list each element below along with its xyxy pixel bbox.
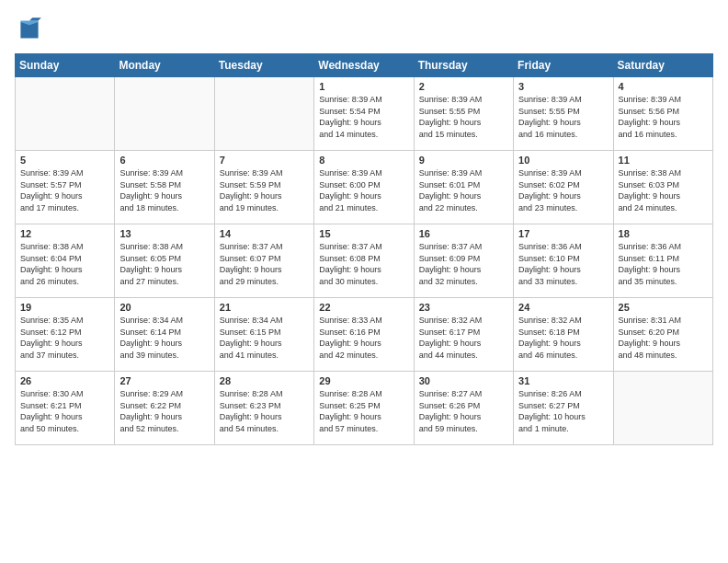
calendar-cell: 15Sunrise: 8:37 AM Sunset: 6:08 PM Dayli… — [314, 224, 414, 298]
day-info: Sunrise: 8:29 AM Sunset: 6:22 PM Dayligh… — [119, 388, 209, 434]
calendar-cell: 27Sunrise: 8:29 AM Sunset: 6:22 PM Dayli… — [115, 372, 214, 445]
calendar-cell: 28Sunrise: 8:28 AM Sunset: 6:23 PM Dayli… — [214, 372, 313, 445]
calendar-cell: 8Sunrise: 8:39 AM Sunset: 6:00 PM Daylig… — [314, 151, 414, 224]
header-day-monday: Monday — [115, 54, 214, 77]
day-number: 21 — [220, 302, 309, 313]
calendar-cell — [613, 372, 712, 445]
day-info: Sunrise: 8:36 AM Sunset: 6:10 PM Dayligh… — [518, 241, 608, 287]
day-number: 25 — [619, 302, 708, 313]
day-number: 1 — [319, 81, 408, 92]
day-number: 20 — [119, 302, 209, 313]
calendar-body: 1Sunrise: 8:39 AM Sunset: 5:54 PM Daylig… — [16, 77, 713, 445]
week-row-2: 12Sunrise: 8:38 AM Sunset: 6:04 PM Dayli… — [16, 224, 713, 298]
calendar-cell: 24Sunrise: 8:32 AM Sunset: 6:18 PM Dayli… — [514, 298, 613, 372]
day-info: Sunrise: 8:39 AM Sunset: 5:55 PM Dayligh… — [419, 94, 508, 140]
day-number: 13 — [119, 228, 209, 239]
day-number: 18 — [619, 228, 708, 239]
calendar-cell: 29Sunrise: 8:28 AM Sunset: 6:25 PM Dayli… — [314, 372, 414, 445]
day-info: Sunrise: 8:27 AM Sunset: 6:26 PM Dayligh… — [419, 388, 508, 434]
calendar-table: SundayMondayTuesdayWednesdayThursdayFrid… — [15, 53, 713, 445]
day-info: Sunrise: 8:26 AM Sunset: 6:27 PM Dayligh… — [518, 388, 608, 434]
day-info: Sunrise: 8:37 AM Sunset: 6:07 PM Dayligh… — [220, 241, 309, 287]
day-number: 15 — [319, 228, 408, 239]
day-number: 6 — [119, 155, 209, 166]
day-number: 26 — [20, 375, 109, 386]
day-number: 8 — [319, 155, 408, 166]
day-number: 12 — [20, 228, 109, 239]
calendar-cell: 16Sunrise: 8:37 AM Sunset: 6:09 PM Dayli… — [414, 224, 513, 298]
header-day-tuesday: Tuesday — [214, 54, 313, 77]
logo — [15, 15, 48, 44]
header-row: SundayMondayTuesdayWednesdayThursdayFrid… — [16, 54, 713, 77]
calendar-cell: 25Sunrise: 8:31 AM Sunset: 6:20 PM Dayli… — [613, 298, 712, 372]
day-info: Sunrise: 8:32 AM Sunset: 6:18 PM Dayligh… — [518, 315, 608, 361]
day-number: 29 — [319, 375, 408, 386]
day-number: 10 — [518, 155, 608, 166]
day-number: 5 — [20, 155, 109, 166]
calendar-cell — [16, 77, 115, 151]
day-number: 9 — [419, 155, 508, 166]
day-info: Sunrise: 8:39 AM Sunset: 6:00 PM Dayligh… — [319, 167, 408, 213]
calendar-cell: 23Sunrise: 8:32 AM Sunset: 6:17 PM Dayli… — [414, 298, 513, 372]
page-container: SundayMondayTuesdayWednesdayThursdayFrid… — [0, 0, 728, 454]
day-info: Sunrise: 8:39 AM Sunset: 5:57 PM Dayligh… — [20, 167, 109, 213]
day-number: 27 — [119, 375, 209, 386]
calendar-cell: 20Sunrise: 8:34 AM Sunset: 6:14 PM Dayli… — [115, 298, 214, 372]
day-number: 23 — [419, 302, 508, 313]
calendar-cell — [115, 77, 214, 151]
day-number: 11 — [619, 155, 708, 166]
day-info: Sunrise: 8:39 AM Sunset: 5:58 PM Dayligh… — [119, 167, 209, 213]
day-info: Sunrise: 8:34 AM Sunset: 6:14 PM Dayligh… — [119, 315, 209, 361]
header-day-saturday: Saturday — [613, 54, 712, 77]
week-row-0: 1Sunrise: 8:39 AM Sunset: 5:54 PM Daylig… — [16, 77, 713, 151]
calendar-cell: 4Sunrise: 8:39 AM Sunset: 5:56 PM Daylig… — [613, 77, 712, 151]
svg-marker-2 — [29, 17, 41, 20]
day-info: Sunrise: 8:39 AM Sunset: 6:01 PM Dayligh… — [419, 167, 508, 213]
calendar-cell: 17Sunrise: 8:36 AM Sunset: 6:10 PM Dayli… — [514, 224, 613, 298]
day-number: 2 — [419, 81, 508, 92]
day-info: Sunrise: 8:36 AM Sunset: 6:11 PM Dayligh… — [619, 241, 708, 287]
day-info: Sunrise: 8:39 AM Sunset: 5:59 PM Dayligh… — [220, 167, 309, 213]
calendar-cell: 7Sunrise: 8:39 AM Sunset: 5:59 PM Daylig… — [214, 151, 313, 224]
week-row-4: 26Sunrise: 8:30 AM Sunset: 6:21 PM Dayli… — [16, 372, 713, 445]
day-info: Sunrise: 8:30 AM Sunset: 6:21 PM Dayligh… — [20, 388, 109, 434]
day-info: Sunrise: 8:28 AM Sunset: 6:23 PM Dayligh… — [220, 388, 309, 434]
day-number: 3 — [518, 81, 608, 92]
day-number: 14 — [220, 228, 309, 239]
calendar-cell: 9Sunrise: 8:39 AM Sunset: 6:01 PM Daylig… — [414, 151, 513, 224]
calendar-cell: 6Sunrise: 8:39 AM Sunset: 5:58 PM Daylig… — [115, 151, 214, 224]
day-info: Sunrise: 8:39 AM Sunset: 5:55 PM Dayligh… — [518, 94, 608, 140]
day-info: Sunrise: 8:38 AM Sunset: 6:05 PM Dayligh… — [119, 241, 209, 287]
logo-icon — [15, 15, 44, 44]
calendar-cell: 12Sunrise: 8:38 AM Sunset: 6:04 PM Dayli… — [16, 224, 115, 298]
calendar-cell: 11Sunrise: 8:38 AM Sunset: 6:03 PM Dayli… — [613, 151, 712, 224]
day-number: 4 — [619, 81, 708, 92]
day-info: Sunrise: 8:31 AM Sunset: 6:20 PM Dayligh… — [619, 315, 708, 361]
day-info: Sunrise: 8:28 AM Sunset: 6:25 PM Dayligh… — [319, 388, 408, 434]
calendar-cell: 21Sunrise: 8:34 AM Sunset: 6:15 PM Dayli… — [214, 298, 313, 372]
week-row-3: 19Sunrise: 8:35 AM Sunset: 6:12 PM Dayli… — [16, 298, 713, 372]
day-number: 31 — [518, 375, 608, 386]
calendar-cell: 10Sunrise: 8:39 AM Sunset: 6:02 PM Dayli… — [514, 151, 613, 224]
week-row-1: 5Sunrise: 8:39 AM Sunset: 5:57 PM Daylig… — [16, 151, 713, 224]
day-info: Sunrise: 8:37 AM Sunset: 6:08 PM Dayligh… — [319, 241, 408, 287]
day-info: Sunrise: 8:35 AM Sunset: 6:12 PM Dayligh… — [20, 315, 109, 361]
calendar-cell: 3Sunrise: 8:39 AM Sunset: 5:55 PM Daylig… — [514, 77, 613, 151]
header — [15, 15, 713, 44]
calendar-cell: 18Sunrise: 8:36 AM Sunset: 6:11 PM Dayli… — [613, 224, 712, 298]
calendar-cell: 2Sunrise: 8:39 AM Sunset: 5:55 PM Daylig… — [414, 77, 513, 151]
header-day-wednesday: Wednesday — [314, 54, 414, 77]
calendar-cell: 26Sunrise: 8:30 AM Sunset: 6:21 PM Dayli… — [16, 372, 115, 445]
day-number: 17 — [518, 228, 608, 239]
day-info: Sunrise: 8:32 AM Sunset: 6:17 PM Dayligh… — [419, 315, 508, 361]
day-info: Sunrise: 8:39 AM Sunset: 6:02 PM Dayligh… — [518, 167, 608, 213]
header-day-sunday: Sunday — [16, 54, 115, 77]
header-day-friday: Friday — [514, 54, 613, 77]
day-info: Sunrise: 8:37 AM Sunset: 6:09 PM Dayligh… — [419, 241, 508, 287]
day-info: Sunrise: 8:38 AM Sunset: 6:04 PM Dayligh… — [20, 241, 109, 287]
day-info: Sunrise: 8:39 AM Sunset: 5:54 PM Dayligh… — [319, 94, 408, 140]
calendar-cell: 5Sunrise: 8:39 AM Sunset: 5:57 PM Daylig… — [16, 151, 115, 224]
calendar-cell: 22Sunrise: 8:33 AM Sunset: 6:16 PM Dayli… — [314, 298, 414, 372]
day-info: Sunrise: 8:39 AM Sunset: 5:56 PM Dayligh… — [619, 94, 708, 140]
day-number: 19 — [20, 302, 109, 313]
